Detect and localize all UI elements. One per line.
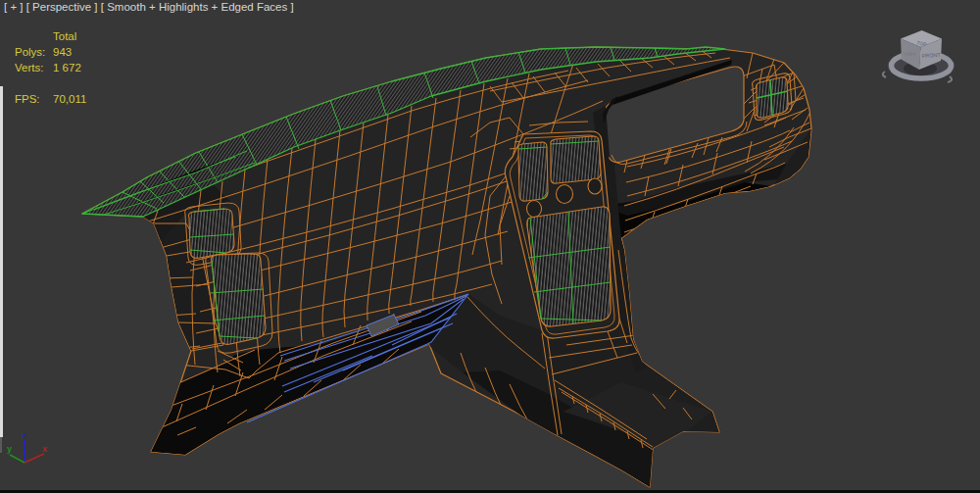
- svg-text:x: x: [42, 444, 47, 454]
- svg-text:y: y: [7, 444, 12, 454]
- svg-text:z: z: [22, 430, 26, 440]
